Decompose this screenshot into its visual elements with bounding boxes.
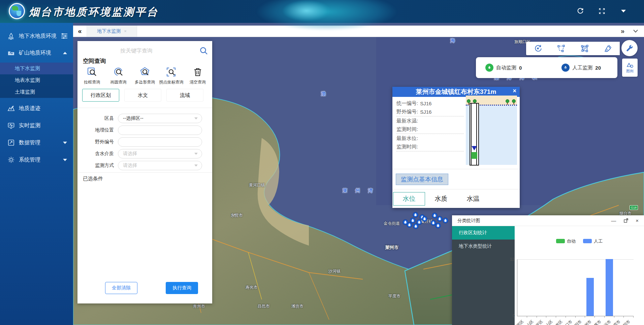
legend-auto[interactable]: 自动 bbox=[556, 238, 576, 244]
sidebar-item-label: 地质遗迹 bbox=[19, 105, 40, 112]
tab-water-temperature[interactable]: 水温 bbox=[457, 192, 489, 206]
tab-admin-division-stats[interactable]: 行政区划统计 bbox=[452, 226, 515, 240]
user-menu-caret-icon[interactable] bbox=[619, 7, 628, 15]
field-label-field-number: 野外编号 bbox=[77, 139, 118, 145]
auto-monitoring-label: 自动监测 bbox=[496, 65, 516, 71]
map-legend-button[interactable]: 图例 bbox=[622, 59, 638, 77]
subitem-label: 地下水监测 bbox=[15, 65, 40, 72]
sidebar-subitem-groundwater-monitoring[interactable]: 地下水监测 bbox=[0, 63, 73, 74]
statistics-panel-title: 分类统计图 bbox=[457, 218, 480, 224]
station-marker-icon[interactable] bbox=[435, 223, 441, 228]
tool-polygon-query[interactable]: 多边形查询 bbox=[132, 67, 158, 85]
manual-monitoring-stat[interactable]: 人工监测 20 bbox=[561, 64, 601, 72]
tab-water-quality[interactable]: 水质 bbox=[425, 192, 457, 206]
chevron-down-icon bbox=[194, 165, 198, 167]
tab-hydrology[interactable]: 水文 bbox=[124, 89, 161, 102]
field-label-location: 地理位置 bbox=[77, 127, 118, 133]
tool-label: 拐点坐标查询 bbox=[159, 79, 183, 85]
polygon-fill-icon[interactable] bbox=[580, 44, 589, 53]
legend-icon bbox=[626, 62, 634, 68]
chevron-down-icon bbox=[194, 153, 198, 155]
sidebar-item-groundwater-env[interactable]: 地下水地质环境 bbox=[0, 29, 73, 43]
tabs-collapse-button[interactable]: « bbox=[73, 26, 87, 37]
legend-button-label: 图例 bbox=[626, 69, 634, 74]
x-axis-tick bbox=[585, 316, 585, 318]
sidebar-item-mine-env[interactable]: 矿山地质环境 bbox=[0, 46, 73, 60]
popup-close-icon[interactable]: × bbox=[513, 87, 516, 95]
polygon-select-icon[interactable] bbox=[556, 44, 566, 53]
tab-groundwater-monitoring[interactable]: 地下水监测 × bbox=[87, 26, 137, 37]
sidebar-subitem-soil-monitoring[interactable]: 土壤监测 bbox=[0, 86, 73, 98]
sidebar-item-geological-relics[interactable]: 地质遗迹 bbox=[0, 101, 73, 115]
tabs-dropdown-icon[interactable] bbox=[633, 30, 638, 33]
clear-all-button[interactable]: 全部清除 bbox=[105, 282, 137, 294]
tab-label: 行政区划统计 bbox=[459, 230, 487, 236]
execute-query-button[interactable]: 执行查询 bbox=[166, 282, 198, 294]
tool-coordinate-query[interactable]: 拐点坐标查询 bbox=[158, 67, 184, 85]
tool-rect-query[interactable]: 拉框查询 bbox=[79, 67, 105, 85]
tool-circle-query[interactable]: 画圆查询 bbox=[105, 67, 131, 85]
station-marker-icon[interactable] bbox=[402, 219, 408, 225]
map-settings-button[interactable] bbox=[621, 40, 638, 56]
x-axis-tick bbox=[614, 316, 614, 318]
trash-icon bbox=[192, 67, 203, 77]
station-marker-icon[interactable] bbox=[413, 223, 419, 229]
maximize-icon[interactable] bbox=[623, 218, 628, 223]
aquifer-medium-select[interactable]: 请选择 bbox=[118, 149, 202, 158]
tab-label: 地下水监测 bbox=[97, 28, 121, 34]
field-value: SJ16 bbox=[420, 101, 431, 106]
app-root: 海渤渤 海 海 峡莱 州 湾旅顺口区黄河口镇东营市寿光市潍坊市昌邑市平度市莱州市… bbox=[0, 0, 644, 325]
menu-collapse-icon[interactable] bbox=[61, 33, 68, 39]
manual-monitoring-label: 人工监测 bbox=[572, 65, 592, 71]
x-axis-tick bbox=[623, 316, 624, 318]
select-placeholder: 请选择 bbox=[123, 162, 137, 169]
tabs-expand-button[interactable]: » bbox=[621, 27, 624, 35]
tab-label: 水文 bbox=[138, 92, 148, 99]
keyword-search-input[interactable] bbox=[77, 44, 195, 57]
tab-water-level[interactable]: 水位 bbox=[393, 192, 425, 206]
search-icon[interactable] bbox=[195, 46, 212, 55]
tab-admin-division[interactable]: 行政区划 bbox=[82, 89, 119, 102]
x-axis-tick bbox=[546, 316, 546, 318]
divider bbox=[392, 169, 520, 169]
station-marker-icon[interactable] bbox=[422, 216, 427, 222]
fullscreen-icon[interactable] bbox=[598, 7, 606, 15]
sidebar-subitem-surfacewater-monitoring[interactable]: 地表水监测 bbox=[0, 74, 73, 86]
tab-close-icon[interactable]: × bbox=[124, 29, 127, 34]
station-marker-icon[interactable] bbox=[443, 218, 448, 223]
chevron-down-icon bbox=[63, 159, 67, 161]
sidebar-item-system-management[interactable]: 系统管理 bbox=[0, 153, 73, 167]
station-marker-icon[interactable] bbox=[413, 212, 418, 218]
coordinate-query-icon bbox=[166, 67, 176, 77]
chart-plot-area: 12 0 芝罘区福山区牟平区莱山区开发区龙口市莱阳市莱州市蓬莱市招远市栖霞市海阳… bbox=[517, 259, 633, 316]
subitem-label: 地表水监测 bbox=[15, 77, 40, 83]
legend-swatch-auto bbox=[556, 239, 565, 243]
legend-manual[interactable]: 人工 bbox=[583, 238, 603, 244]
location-input[interactable] bbox=[123, 128, 197, 133]
popup-tabs: 水位 水质 水温 bbox=[393, 192, 519, 206]
statistics-panel: 分类统计图 — × 行政区划统计 地下水类型统计 自动 人工 12 bbox=[452, 215, 644, 325]
spatial-query-title: 空间查询 bbox=[83, 57, 106, 65]
sidebar-submenu: 地下水监测 地表水监测 土壤监测 bbox=[0, 63, 73, 98]
data-icon bbox=[7, 139, 15, 146]
sidebar-item-realtime-monitoring[interactable]: 实时监测 bbox=[0, 118, 73, 133]
auto-monitoring-stat[interactable]: 自动监测 0 bbox=[485, 64, 522, 72]
tab-groundwater-type-stats[interactable]: 地下水类型统计 bbox=[452, 240, 515, 253]
reset-view-icon[interactable] bbox=[533, 44, 543, 53]
sidebar-item-label: 系统管理 bbox=[19, 156, 40, 164]
sidebar: 地下水地质环境 矿山地质环境 地下水监测 地表水监测 土壤 bbox=[0, 23, 73, 325]
minimize-icon[interactable]: — bbox=[611, 218, 616, 223]
tab-basin[interactable]: 流域 bbox=[166, 89, 203, 102]
district-select[interactable]: --选择区-- bbox=[118, 114, 202, 123]
sidebar-item-data-management[interactable]: 数据管理 bbox=[0, 136, 73, 150]
station-marker-icon[interactable] bbox=[437, 216, 443, 222]
y-axis-tick-max: 12 bbox=[510, 257, 514, 262]
monitoring-method-select[interactable]: 请选择 bbox=[118, 161, 202, 170]
tool-clear-query[interactable]: 清空查询 bbox=[185, 67, 211, 85]
close-icon[interactable]: × bbox=[636, 218, 639, 223]
station-info-button[interactable]: 监测点基本信息 bbox=[396, 174, 448, 185]
refresh-icon[interactable] bbox=[576, 7, 585, 15]
sidebar-item-label: 实时监测 bbox=[19, 122, 40, 129]
clear-brush-icon[interactable] bbox=[603, 44, 613, 53]
field-number-input[interactable] bbox=[123, 139, 197, 145]
